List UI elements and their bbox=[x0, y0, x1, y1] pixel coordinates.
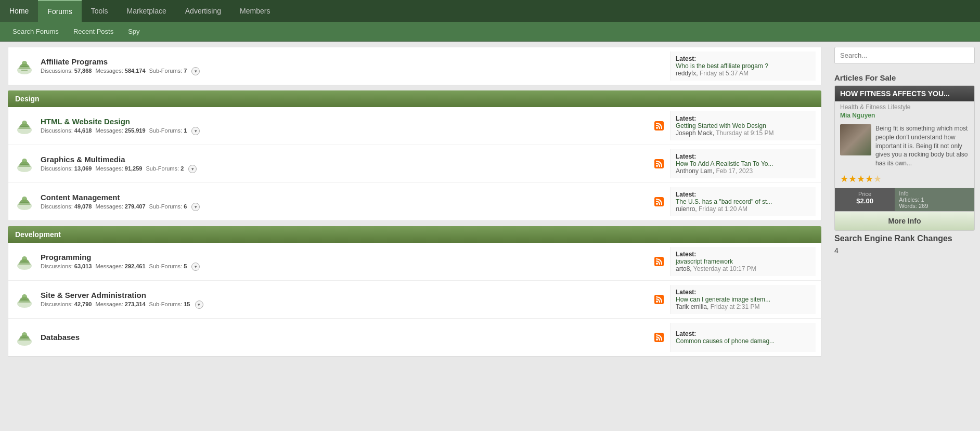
latest-user-server: Tarik emilia, Friday at 2:31 PM bbox=[676, 303, 810, 310]
subforum-btn-server[interactable]: ▾ bbox=[195, 301, 203, 309]
latest-user-affiliate: reddyfx, Friday at 5:37 AM bbox=[676, 70, 810, 77]
rss-server bbox=[653, 295, 665, 304]
svg-point-19 bbox=[22, 294, 27, 299]
nav-marketplace[interactable]: Marketplace bbox=[118, 0, 176, 22]
articles-for-sale-title: Articles For Sale bbox=[834, 69, 975, 85]
latest-label-affiliate: Latest: bbox=[676, 55, 810, 62]
svg-point-7 bbox=[22, 159, 27, 164]
section-development-header: Development bbox=[8, 226, 821, 243]
forum-affiliate-title: Affiliate Programs bbox=[41, 57, 108, 66]
article-stars: ★★★★★ bbox=[835, 171, 974, 188]
svg-point-23 bbox=[22, 332, 27, 337]
forum-affiliate-latest: Latest: Who is the best affiliate progam… bbox=[670, 51, 816, 81]
latest-post-prog[interactable]: javascript framework bbox=[676, 258, 810, 265]
subforum-btn-graphics[interactable]: ▾ bbox=[188, 165, 197, 173]
svg-point-17 bbox=[656, 263, 658, 265]
main-content: Affiliate Programs Discussions: 57,868 M… bbox=[0, 42, 829, 367]
forum-affiliate-info: Affiliate Programs Discussions: 57,868 M… bbox=[41, 57, 648, 75]
nav-members[interactable]: Members bbox=[230, 0, 279, 22]
section-design-header: Design bbox=[8, 90, 821, 107]
forum-programming-icon bbox=[14, 251, 35, 272]
subforum-btn-html[interactable]: ▾ bbox=[191, 127, 200, 135]
nav-home[interactable]: Home bbox=[0, 0, 38, 22]
section-design: Design HTML & Website Design Discussions… bbox=[8, 90, 821, 221]
article-thumb-image bbox=[840, 124, 871, 155]
rss-html bbox=[653, 121, 665, 130]
forum-html-icon bbox=[14, 115, 35, 137]
forum-affiliate: Affiliate Programs Discussions: 57,868 M… bbox=[8, 47, 821, 85]
search-input[interactable] bbox=[834, 47, 975, 64]
svg-point-21 bbox=[656, 301, 658, 303]
forum-cms-icon bbox=[14, 191, 35, 213]
latest-user-html: Joseph Mack, Thursday at 9:15 PM bbox=[676, 129, 810, 137]
nav-advertising[interactable]: Advertising bbox=[176, 0, 230, 22]
nav-tools[interactable]: Tools bbox=[82, 0, 118, 22]
forum-programming-latest: Latest: javascript framework arto8, Yest… bbox=[670, 247, 816, 276]
latest-user-cms: ruienro, Friday at 1:20 AM bbox=[676, 205, 810, 213]
latest-user-graphics: Anthony Lam, Feb 17, 2023 bbox=[676, 167, 810, 175]
article-price: Price $2.00 bbox=[835, 188, 895, 211]
forum-cms-info: Content Management Discussions: 49,078 M… bbox=[41, 193, 648, 211]
svg-point-13 bbox=[656, 203, 658, 205]
forum-databases-title: Databases bbox=[41, 333, 80, 342]
forum-cms-title: Content Management bbox=[41, 193, 120, 202]
ser-title: Search Engine Rank Changes bbox=[834, 231, 975, 245]
svg-point-3 bbox=[22, 121, 27, 126]
forum-server-meta: Discussions: 42,790 Messages: 273,314 Su… bbox=[41, 301, 648, 309]
top-nav: Home Forums Tools Marketplace Advertisin… bbox=[0, 0, 980, 22]
page-layout: Affiliate Programs Discussions: 57,868 M… bbox=[0, 42, 980, 367]
forum-databases-latest: Latest: Common causes of phone damag... bbox=[670, 323, 816, 352]
forum-html-info: HTML & Website Design Discussions: 44,61… bbox=[41, 117, 648, 135]
forum-graphics-latest: Latest: How To Add A Realistic Tan To Yo… bbox=[670, 149, 816, 178]
forum-programming-title: Programming bbox=[41, 253, 92, 262]
svg-point-11 bbox=[22, 197, 27, 202]
article-body: Being fit is something which most people… bbox=[835, 121, 974, 171]
subforum-btn-prog[interactable]: ▾ bbox=[191, 263, 200, 271]
latest-post-cms[interactable]: The U.S. has a "bad record" of st... bbox=[676, 198, 810, 205]
forum-graphics-title: Graphics & Multimedia bbox=[41, 155, 125, 164]
forum-graphics-info: Graphics & Multimedia Discussions: 13,06… bbox=[41, 155, 648, 173]
article-info: Info Articles: 1 Words: 269 bbox=[895, 188, 974, 211]
subnav-search-forums[interactable]: Search Forums bbox=[5, 22, 66, 42]
forum-cms-latest: Latest: The U.S. has a "bad record" of s… bbox=[670, 187, 816, 216]
subnav-spy[interactable]: Spy bbox=[121, 22, 147, 42]
subnav-recent-posts[interactable]: Recent Posts bbox=[66, 22, 121, 42]
forum-affiliate-meta: Discussions: 57,868 Messages: 584,174 Su… bbox=[41, 67, 648, 75]
article-footer: Price $2.00 Info Articles: 1 Words: 269 bbox=[835, 188, 974, 211]
latest-post-databases[interactable]: Common causes of phone damag... bbox=[676, 337, 810, 345]
section-development: Development Programming Discussions: 63,… bbox=[8, 226, 821, 357]
forum-databases-info: Databases bbox=[41, 333, 648, 343]
svg-point-9 bbox=[656, 165, 658, 167]
forum-html-meta: Discussions: 44,618 Messages: 255,919 Su… bbox=[41, 127, 648, 135]
latest-post-html[interactable]: Getting Started with Web Design bbox=[676, 122, 810, 129]
latest-post-affiliate[interactable]: Who is the best affiliate progam ? bbox=[676, 62, 810, 70]
forum-server-info: Site & Server Administration Discussions… bbox=[41, 291, 648, 309]
article-author: Mia Nguyen bbox=[835, 111, 974, 121]
messages-label: Messages: 584,174 bbox=[96, 68, 146, 74]
forum-cms-meta: Discussions: 49,078 Messages: 279,407 Su… bbox=[41, 203, 648, 211]
more-info-button[interactable]: More Info bbox=[835, 211, 974, 230]
rss-graphics bbox=[653, 159, 665, 168]
forum-graphics-icon bbox=[14, 153, 35, 175]
forum-cms: Content Management Discussions: 49,078 M… bbox=[8, 183, 821, 221]
forum-server-latest: Latest: How can I generate image sitem..… bbox=[670, 285, 816, 314]
subforums-label: Sub-Forums: 7 bbox=[149, 68, 187, 74]
subforum-expand-btn[interactable]: ▾ bbox=[191, 67, 200, 75]
article-card: HOW FITNESS AFFECTS YOU... Health & Fitn… bbox=[834, 85, 975, 231]
article-thumbnail bbox=[840, 124, 871, 155]
latest-post-graphics[interactable]: How To Add A Realistic Tan To Yo... bbox=[676, 160, 810, 167]
forum-programming: Programming Discussions: 63,013 Messages… bbox=[8, 243, 821, 281]
nav-forums[interactable]: Forums bbox=[38, 0, 81, 22]
svg-point-1 bbox=[22, 61, 27, 66]
subforum-btn-cms[interactable]: ▾ bbox=[191, 203, 200, 211]
latest-post-server[interactable]: How can I generate image sitem... bbox=[676, 296, 810, 303]
discussions-label: Discussions: 57,868 bbox=[41, 68, 92, 74]
forum-graphics: Graphics & Multimedia Discussions: 13,06… bbox=[8, 145, 821, 183]
article-description: Being fit is something which most people… bbox=[875, 124, 969, 168]
svg-point-5 bbox=[656, 127, 658, 129]
forum-affiliate-icon bbox=[14, 55, 35, 77]
forum-programming-info: Programming Discussions: 63,013 Messages… bbox=[41, 253, 648, 271]
forum-html-title[interactable]: HTML & Website Design bbox=[41, 117, 130, 126]
ser-value: 4 bbox=[834, 245, 975, 256]
forum-server-icon bbox=[14, 289, 35, 310]
